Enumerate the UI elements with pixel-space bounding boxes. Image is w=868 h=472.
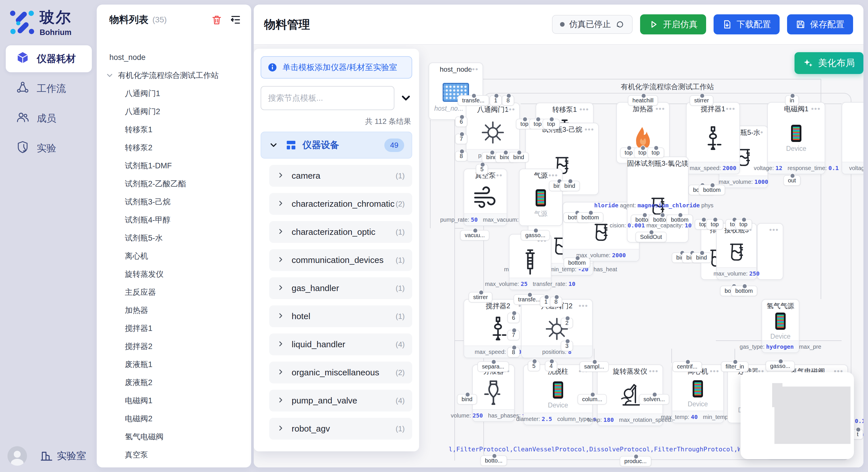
chevron-down-icon[interactable] xyxy=(400,92,412,104)
port-top[interactable]: top xyxy=(542,119,560,129)
graph-node-unnamed[interactable]: ••• xyxy=(757,223,783,280)
graph-node-接收瓶3[interactable]: 接收瓶3•••max_volume: 250 xyxy=(716,223,757,280)
port-5[interactable]: 5 xyxy=(476,164,488,175)
graph-node-电磁阀1[interactable]: 电磁阀1•••Devicevoltage: 12response_time: 0… xyxy=(767,102,825,174)
tree-item[interactable]: 试剂瓶2-乙酸乙酯 xyxy=(97,175,251,192)
template-search-input[interactable] xyxy=(260,86,394,110)
port-bottom[interactable]: bottom xyxy=(699,185,725,195)
node-menu-icon[interactable]: ••• xyxy=(506,105,515,114)
tree-item[interactable]: 试剂瓶3-己烷 xyxy=(97,194,251,210)
category-item-camera[interactable]: camera(1) xyxy=(269,165,412,187)
refresh-icon[interactable] xyxy=(615,20,625,29)
tree-item[interactable]: 八通阀门2 xyxy=(97,103,251,120)
download-config-button[interactable]: 下载配置 xyxy=(714,14,780,34)
port-top[interactable]: top xyxy=(706,219,723,230)
tree-item[interactable]: 试剂瓶1-DMF xyxy=(97,158,251,174)
graph-node-氢气气源[interactable]: 氢气气源•••Devicegas_type: hydrogenmax_pre xyxy=(762,299,799,353)
port-sampl[interactable]: sampl... xyxy=(580,361,609,372)
tree-item[interactable]: host_node xyxy=(97,49,251,66)
sidebar-item-3[interactable]: 实验 xyxy=(6,135,92,162)
node-menu-icon[interactable]: ••• xyxy=(493,171,503,180)
tree-item[interactable]: 八通阀门1 xyxy=(97,85,251,102)
avatar[interactable] xyxy=(7,446,27,466)
tree-item[interactable]: 离心机 xyxy=(97,248,251,264)
tree-item[interactable]: 电磁阀2 xyxy=(97,410,251,427)
port-bottom[interactable]: bottom xyxy=(563,258,590,268)
port-7[interactable]: 7 xyxy=(507,330,520,340)
port-8[interactable]: 8 xyxy=(502,95,514,106)
port-centrif[interactable]: centrif... xyxy=(672,361,702,372)
port-bind[interactable]: bind xyxy=(457,394,477,405)
port-1[interactable]: 1 xyxy=(489,95,502,106)
node-menu-icon[interactable]: ••• xyxy=(769,225,779,234)
sidebar-item-0[interactable]: 仪器耗材 xyxy=(6,45,92,72)
port-botto[interactable]: botto... xyxy=(480,456,507,466)
node-menu-icon[interactable]: ••• xyxy=(754,128,764,137)
save-config-button[interactable]: 保存配置 xyxy=(787,14,853,34)
category-group-equipment[interactable]: 仪器设备 49 xyxy=(260,132,412,159)
category-item-robot_agv[interactable]: robot_agv(1) xyxy=(269,418,412,440)
category-item-communication_devices[interactable]: communication_devices(1) xyxy=(269,249,412,271)
port-bind[interactable]: bind xyxy=(508,152,529,163)
graph-node-固体试剂瓶3-氯化镁[interactable]: 固体试剂瓶3-氯化镁••• xyxy=(627,157,689,243)
graph-node-unnamed[interactable]: •••max_volume: 25transfer_rate: 10 xyxy=(509,234,551,290)
node-menu-icon[interactable]: ••• xyxy=(811,104,820,113)
beautify-layout-button[interactable]: 美化布局 xyxy=(795,52,863,74)
node-menu-icon[interactable]: ••• xyxy=(549,171,558,180)
port-8[interactable]: 8 xyxy=(550,297,562,307)
port-top[interactable]: top xyxy=(735,219,752,230)
node-menu-icon[interactable]: ••• xyxy=(469,65,478,74)
delete-icon[interactable] xyxy=(211,14,222,26)
node-menu-icon[interactable]: ••• xyxy=(585,125,594,134)
tree-item[interactable]: 搅拌器2 xyxy=(97,338,251,355)
port-out[interactable]: out xyxy=(783,175,801,186)
sidebar-item-lab[interactable]: 实验室 xyxy=(40,449,86,463)
tree-item[interactable]: 有机化学流程综合测试工作站 xyxy=(97,67,251,84)
port-filter_in[interactable]: filter_in xyxy=(721,361,749,372)
graph-node-真空泵[interactable]: 真空泵•••pump_rate: 50max_vacuum: 0.1 xyxy=(464,169,507,226)
port-7[interactable]: 7 xyxy=(455,134,467,144)
port-bind[interactable]: bind xyxy=(560,181,580,191)
port-solven[interactable]: solven... xyxy=(639,394,670,405)
port-separa[interactable]: separa... xyxy=(477,361,509,372)
port-8[interactable]: 8 xyxy=(455,151,467,162)
port-bind[interactable]: bind xyxy=(691,252,712,263)
graph-node-搅拌器1[interactable]: 搅拌器1•••max_speed: 2000 xyxy=(686,102,740,174)
graph-node-气源[interactable]: 气源•••气源 xyxy=(519,169,563,226)
tree-item[interactable]: 加热器 xyxy=(97,302,251,318)
port-vacuu[interactable]: vacuu... xyxy=(460,230,489,241)
node-menu-icon[interactable]: ••• xyxy=(656,104,665,113)
port-4[interactable]: 4 xyxy=(545,361,557,371)
port-stirrer[interactable]: stirrer xyxy=(468,292,492,303)
tree-item[interactable]: 废液瓶2 xyxy=(97,374,251,391)
category-item-liquid_handler[interactable]: liquid_handler(4) xyxy=(269,334,412,355)
tree-item[interactable]: 真空泵 xyxy=(97,446,251,463)
graph-node-分液器[interactable]: 分液器•••volume: 250has_phases: true xyxy=(472,365,515,422)
category-item-characterization_optic[interactable]: characterization_optic(1) xyxy=(269,221,412,243)
node-menu-icon[interactable]: ••• xyxy=(785,301,795,310)
port-transfe[interactable]: transfe... xyxy=(458,95,489,106)
port-gasso[interactable]: gasso... xyxy=(766,361,795,371)
tree-item[interactable]: 主反应器 xyxy=(97,284,251,301)
port-SolidOut[interactable]: SolidOut xyxy=(636,232,667,242)
start-simulation-button[interactable]: 开启仿真 xyxy=(640,14,706,34)
category-item-characterization_chromatic[interactable]: characterization_chromatic(2) xyxy=(269,193,412,215)
tree-item[interactable]: 试剂瓶5-水 xyxy=(97,230,251,246)
port-gasso[interactable]: gasso... xyxy=(521,230,550,241)
node-menu-icon[interactable]: ••• xyxy=(649,367,658,376)
graph-node-离心机[interactable]: 离心机•••Devicemax_temp: 40min_temp: 4 xyxy=(672,365,724,423)
graph-node-八通阀门2[interactable]: 八通阀门2•••positions: 8 xyxy=(521,299,593,358)
port-3[interactable]: 3 xyxy=(561,341,573,351)
port-colum[interactable]: colum... xyxy=(578,394,607,405)
category-item-pump_and_valve[interactable]: pump_and_valve(4) xyxy=(269,390,412,411)
node-menu-icon[interactable]: ••• xyxy=(580,105,589,114)
node-menu-icon[interactable]: ••• xyxy=(579,301,588,310)
chevron-down-icon[interactable] xyxy=(105,71,114,80)
tree-item[interactable]: 转移泵2 xyxy=(97,139,251,156)
port-top[interactable]: top xyxy=(647,147,664,158)
node-graph-canvas[interactable]: 单击模板添加仪器/耗材至实验室 共 112 条结果 仪器设备 49 camera… xyxy=(254,45,863,467)
port-2[interactable]: 2 xyxy=(561,318,573,328)
port-5[interactable]: 5 xyxy=(528,361,540,371)
port-6[interactable]: 6 xyxy=(507,312,520,323)
port-bottom[interactable]: bottom xyxy=(731,285,757,296)
